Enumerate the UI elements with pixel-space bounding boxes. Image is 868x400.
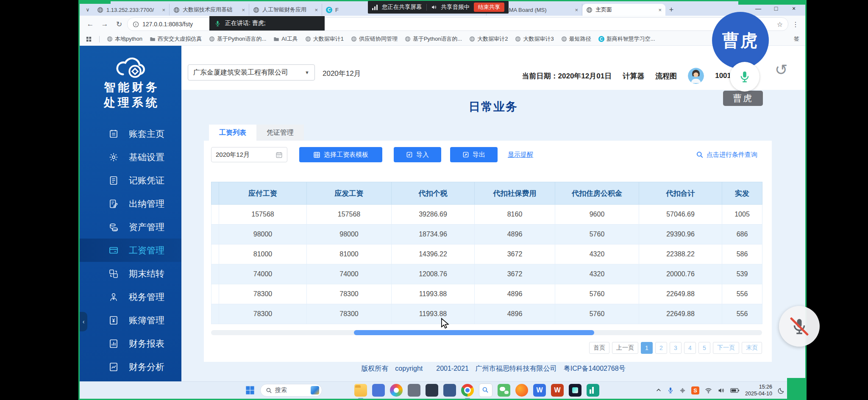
maximize-button[interactable]: □ — [767, 5, 785, 12]
sidebar-item-basic-settings[interactable]: 基础设置 — [80, 145, 181, 169]
window-close-button[interactable]: × — [785, 5, 803, 12]
sidebar-item-cashier[interactable]: 出纳管理 — [80, 192, 181, 215]
tab-voucher-management[interactable]: 凭证管理 — [256, 125, 304, 141]
page-number-4[interactable]: 4 — [684, 342, 696, 354]
import-button[interactable]: 导入 — [394, 147, 441, 162]
restore-arrow-icon[interactable]: ↺ — [775, 61, 787, 79]
taskbar-capcut[interactable] — [569, 384, 581, 397]
taskbar-camera[interactable] — [408, 384, 420, 397]
sidebar-item-period-end[interactable]: 期末结转 — [80, 262, 181, 285]
bookmark-item[interactable]: 基于Python语言的... — [405, 35, 462, 43]
sidebar-collapse-handle[interactable]: ‹ — [80, 312, 87, 331]
tab-search-button[interactable]: ∨ — [82, 4, 93, 16]
bookmark-item[interactable]: C新商科智慧学习空... — [598, 35, 655, 43]
tab-close-icon[interactable]: × — [314, 7, 318, 13]
tab-close-icon[interactable]: × — [162, 7, 165, 13]
bookmark-item[interactable]: 基于Python语言的... — [209, 35, 266, 43]
tray-expand-icon[interactable] — [656, 387, 662, 393]
stop-sharing-button[interactable]: 结束共享 — [474, 3, 504, 12]
taskbar-office-red[interactable]: W — [551, 384, 564, 397]
bookmark-folder[interactable]: 西安交大虚拟仿真 — [150, 35, 202, 43]
bookmark-star-icon[interactable]: ☆ — [777, 20, 783, 28]
sogou-input-icon[interactable]: S — [691, 386, 699, 394]
page-first-button[interactable]: 首页 — [589, 342, 609, 354]
sidebar-item-reports[interactable]: 财务报表 — [80, 332, 181, 355]
sidebar-item-assets[interactable]: 资产管理 — [80, 215, 181, 239]
show-reminder-link[interactable]: 显示提醒 — [508, 151, 533, 159]
forward-button[interactable]: → — [98, 20, 111, 28]
wifi-icon[interactable] — [705, 387, 712, 394]
taskbar-file-explorer[interactable] — [354, 384, 367, 397]
plus-icon: + — [669, 6, 674, 14]
taskbar-media-app[interactable] — [426, 384, 438, 397]
taskbar-wps[interactable]: W — [533, 384, 546, 397]
ime-cross-icon[interactable] — [679, 387, 686, 394]
taskbar-screenshot-tool[interactable] — [479, 383, 492, 397]
apps-grid-icon[interactable] — [86, 36, 92, 42]
minimize-button[interactable]: — — [749, 5, 767, 12]
tab-salary-list[interactable]: 工资列表 — [209, 125, 256, 141]
bookmark-item[interactable]: 大数据审计3 — [515, 35, 554, 43]
taskbar-photos[interactable] — [390, 384, 403, 397]
taskbar-display-app[interactable] — [443, 384, 456, 397]
taskbar-chrome[interactable] — [461, 384, 474, 397]
page-number-3[interactable]: 3 — [670, 342, 682, 354]
bookmark-item[interactable]: 最短路径 — [561, 35, 591, 43]
tab-close-icon[interactable]: × — [242, 7, 245, 13]
new-tab-button[interactable]: + — [665, 4, 677, 16]
browser-menu-button[interactable]: ⋮ — [790, 20, 801, 28]
condition-query-link[interactable]: 点击进行条件查询 — [696, 151, 757, 159]
sidebar-item-salary[interactable]: 工资管理 — [80, 239, 181, 262]
bookmark-folder[interactable]: AI工具 — [273, 35, 298, 43]
bookmark-item[interactable]: 大数据审计2 — [469, 35, 508, 43]
volume-icon[interactable] — [718, 387, 725, 394]
sidebar-item-account-home[interactable]: 账套主页 — [80, 122, 181, 145]
browser-tab-active[interactable]: 主页面 × — [582, 4, 665, 16]
taskbar-app-blue[interactable] — [372, 384, 385, 397]
tab-close-icon[interactable]: × — [658, 7, 662, 13]
browser-tab-1[interactable]: 1.13.252.233:7700/ × — [93, 4, 170, 16]
bookmark-item[interactable]: 供应链协同管理 — [351, 35, 398, 43]
page-last-button[interactable]: 末页 — [742, 342, 762, 354]
sidebar-item-tax[interactable]: 税务管理 — [80, 285, 181, 308]
bookmark-item[interactable]: 本地python — [107, 35, 142, 43]
microphone-icon[interactable] — [667, 387, 674, 394]
browser-tab-3[interactable]: 人工智能财务应用 × — [249, 4, 322, 16]
reload-button[interactable]: ↻ — [113, 20, 125, 29]
sidebar-item-analysis[interactable]: 财务分析 — [80, 355, 181, 378]
company-select[interactable]: 广东金厦建筑安装工程有限公司 ▼ — [188, 64, 315, 81]
floating-mic-button[interactable] — [730, 62, 760, 92]
search-highlight-icon[interactable] — [311, 386, 319, 394]
taskbar-search-box[interactable]: 搜索 — [260, 384, 322, 397]
presenter-avatar-bubble[interactable]: 曹虎 — [712, 12, 769, 69]
night-mode-moon-icon[interactable] — [778, 387, 785, 394]
taskbar-sheets-teal[interactable] — [587, 384, 599, 397]
export-button[interactable]: 导出 — [450, 147, 498, 162]
scrollbar-thumb[interactable] — [354, 330, 594, 335]
muted-mic-button[interactable] — [779, 306, 820, 347]
user-avatar[interactable] — [688, 68, 704, 84]
bookmark-item[interactable]: 大数据审计1 — [305, 35, 344, 43]
page-number-1[interactable]: 1 — [641, 342, 653, 354]
taskbar-wechat[interactable] — [498, 384, 510, 397]
sidebar-item-vouchers[interactable]: 记账凭证 — [80, 169, 181, 192]
page-prev-button[interactable]: 上一页 — [612, 342, 638, 354]
horizontal-scrollbar[interactable] — [211, 330, 762, 335]
taskbar-clock[interactable]: 15:26 2025-04-10 — [745, 383, 772, 397]
back-button[interactable]: ← — [84, 20, 97, 28]
page-number-5[interactable]: 5 — [698, 342, 710, 354]
battery-icon[interactable] — [730, 388, 740, 393]
month-picker[interactable]: 2020年12月 — [211, 147, 287, 162]
page-number-2[interactable]: 2 — [655, 342, 667, 354]
site-info-icon[interactable] — [133, 21, 139, 28]
taskbar-browser-orange[interactable] — [515, 384, 528, 397]
calculator-link[interactable]: 计算器 — [623, 71, 644, 81]
bookmarks-overflow[interactable]: 签 — [794, 35, 799, 43]
page-next-button[interactable]: 下一页 — [713, 342, 739, 354]
choose-template-button[interactable]: 选择工资表模板 — [299, 147, 382, 162]
flowchart-link[interactable]: 流程图 — [655, 71, 677, 81]
windows-start-button[interactable] — [245, 385, 255, 395]
sidebar-item-account-books[interactable]: 账簿管理 — [80, 308, 181, 332]
browser-tab-2[interactable]: 大数据技术应用基础 × — [170, 4, 249, 16]
tab-close-icon[interactable]: × — [575, 7, 578, 13]
